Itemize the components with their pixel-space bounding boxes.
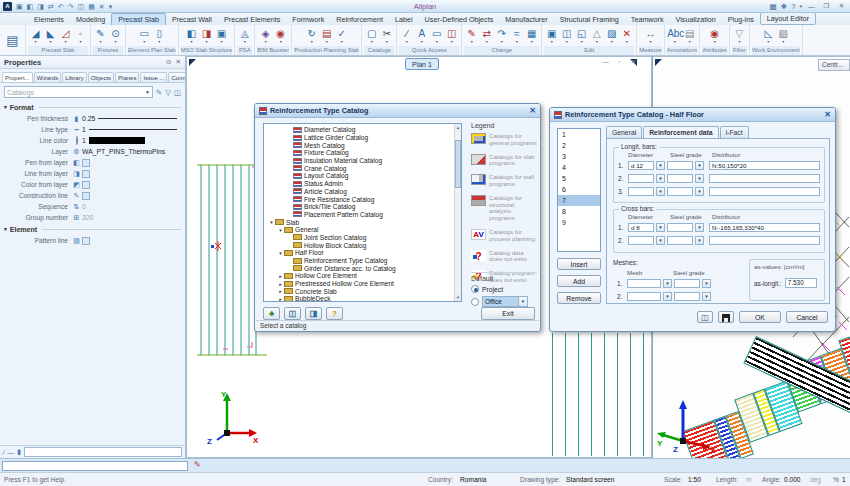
menu-tab-formwork[interactable]: Formwork bbox=[286, 14, 330, 25]
chevron-down-icon[interactable]: ▼ bbox=[695, 223, 704, 232]
tree-item[interactable]: ▸BubbleDeck bbox=[264, 295, 461, 302]
properties-tab-issue[interactable]: Issue ... bbox=[140, 72, 167, 82]
tree-item[interactable]: Brick/Tile Catalog bbox=[264, 203, 461, 211]
distributor-field[interactable]: N:-165,165,330*40 bbox=[709, 223, 820, 232]
menu-tab-precast-wall[interactable]: Precast Wall bbox=[166, 14, 218, 25]
menu-tab-modeling[interactable]: Modeling bbox=[70, 14, 111, 25]
ribbon-tool-button[interactable]: ≈▾ bbox=[509, 27, 524, 44]
dialog-title-bar[interactable]: Reinforcement Type Catalog - Half Floor … bbox=[550, 108, 835, 122]
ribbon-tool-button[interactable]: ▭▾ bbox=[137, 27, 152, 44]
chevron-down-icon[interactable]: ▼ bbox=[656, 187, 665, 196]
tree-item[interactable]: Lattice Girder Catalog bbox=[264, 134, 461, 142]
pen-settings-icon[interactable]: ✎ bbox=[194, 460, 201, 469]
ribbon-tool-button[interactable]: ◢▾ bbox=[28, 27, 43, 44]
diameter-field[interactable] bbox=[628, 187, 654, 196]
close-button[interactable]: ✕ bbox=[836, 2, 847, 10]
connect-icon[interactable]: ▦ bbox=[769, 2, 776, 11]
ribbon-tool-button[interactable]: ▧▾ bbox=[776, 27, 791, 44]
project-button[interactable]: ▤ bbox=[0, 25, 26, 55]
checkbox[interactable] bbox=[82, 192, 90, 200]
chevron-down-icon[interactable]: ▼ bbox=[663, 292, 672, 301]
tree-item[interactable]: Insulation Material Catalog bbox=[264, 157, 461, 165]
menu-tab-structural-framing[interactable]: Structural Framing bbox=[554, 14, 625, 25]
scrollbar-thumb[interactable] bbox=[455, 140, 461, 188]
properties-tab-library[interactable]: Library bbox=[62, 72, 86, 82]
report-button[interactable]: ◫ bbox=[697, 311, 713, 323]
format-section-header[interactable]: ▾ Format bbox=[0, 101, 185, 113]
expand-open-icon[interactable]: ▾ bbox=[277, 250, 284, 256]
steel-grade-field[interactable] bbox=[667, 161, 693, 170]
chevron-down-icon[interactable]: ▼ bbox=[695, 187, 704, 196]
office-radio[interactable] bbox=[471, 298, 479, 306]
dialog-tab-reinforcement-data[interactable]: Reinforcement data bbox=[643, 126, 718, 138]
dialog-tab-general[interactable]: General bbox=[606, 126, 642, 138]
office-radio-row[interactable]: Office ▼ bbox=[471, 296, 537, 307]
quick-access-icon[interactable]: ▦ bbox=[88, 2, 95, 11]
ribbon-tool-button[interactable]: ∕▾ bbox=[399, 27, 414, 44]
ribbon-tool-button[interactable]: ✎▾ bbox=[464, 27, 479, 44]
chevron-down-icon[interactable]: ▼ bbox=[695, 236, 704, 245]
ribbon-tool-button[interactable]: ✕▾ bbox=[619, 27, 634, 44]
ribbon-tool-button[interactable]: A▾ bbox=[414, 27, 429, 44]
scale-value[interactable]: 1:50 bbox=[688, 476, 701, 483]
quick-access-icon[interactable]: ▣ bbox=[16, 2, 23, 11]
minimize-button[interactable]: — bbox=[806, 3, 817, 10]
tree-item[interactable]: Status Admin bbox=[264, 180, 461, 188]
quick-access-icon[interactable]: ◫ bbox=[78, 2, 85, 11]
mesh-field[interactable] bbox=[627, 292, 661, 301]
restore-button[interactable]: ❐ bbox=[821, 2, 832, 10]
tree-item[interactable]: Joint Section Catalog bbox=[264, 234, 461, 242]
steel-grade-field[interactable] bbox=[674, 279, 700, 288]
scroll-down-icon[interactable]: ▼ bbox=[455, 294, 461, 301]
expand-closed-icon[interactable]: ▸ bbox=[277, 296, 284, 302]
tree-item[interactable]: Reinforcement Type Catalog bbox=[264, 257, 461, 265]
help-icon[interactable]: ? bbox=[791, 2, 795, 11]
menu-tab-label[interactable]: Label bbox=[389, 14, 419, 25]
properties-tab-conn[interactable]: Conn... bbox=[168, 72, 185, 82]
ribbon-tool-button[interactable]: ◣▾ bbox=[43, 27, 58, 44]
expand-closed-icon[interactable]: ▸ bbox=[277, 273, 284, 279]
line-icon[interactable]: — bbox=[7, 449, 14, 456]
type-list-item[interactable]: 7 bbox=[558, 195, 600, 206]
steel-grade-field[interactable] bbox=[667, 223, 693, 232]
steel-grade-field[interactable] bbox=[667, 187, 693, 196]
ribbon-tool-button[interactable]: ▣▾ bbox=[214, 27, 229, 44]
diameter-field[interactable]: d 12 bbox=[628, 161, 654, 170]
chevron-down-icon[interactable]: ▼ bbox=[518, 297, 527, 306]
tree-item[interactable]: Mesh Catalog bbox=[264, 141, 461, 149]
type-list-item[interactable]: 4 bbox=[558, 162, 600, 173]
drawing-type-value[interactable]: Standard screen bbox=[566, 476, 614, 483]
insert-button[interactable]: Insert bbox=[557, 258, 601, 270]
allplan-logo-icon[interactable]: A bbox=[3, 2, 12, 11]
distributor-field[interactable]: N:50,150*20 bbox=[709, 161, 820, 170]
tree-item[interactable]: Hollow Block Catalog bbox=[264, 241, 461, 249]
ribbon-tool-button[interactable]: ↔▾ bbox=[643, 27, 658, 44]
menu-tab-teamwork[interactable]: Teamwork bbox=[625, 14, 670, 25]
chevron-down-icon[interactable]: ▼ bbox=[663, 279, 672, 288]
quick-access-icon[interactable]: ✕ bbox=[99, 2, 105, 11]
pin-icon[interactable]: ⊙ bbox=[166, 58, 171, 66]
copy-to-project-button[interactable]: ◫ bbox=[284, 307, 301, 320]
ribbon-tool-button[interactable]: ◉▾ bbox=[707, 27, 722, 44]
ribbon-tool-button[interactable]: ▤▾ bbox=[319, 27, 334, 44]
close-icon[interactable]: ✕ bbox=[824, 110, 831, 119]
chevron-down-icon[interactable]: ▼ bbox=[695, 174, 704, 183]
tree-item[interactable]: ▾Half Floor bbox=[264, 249, 461, 257]
catalog-filter-dropdown[interactable]: Catalogs ▼ bbox=[4, 86, 153, 98]
ribbon-tool-button[interactable]: ◈▾ bbox=[258, 27, 273, 44]
distributor-field[interactable] bbox=[709, 174, 820, 183]
chevron-down-icon[interactable]: ▼ bbox=[656, 223, 665, 232]
color-swatch[interactable] bbox=[89, 137, 145, 144]
chevron-down-icon[interactable]: ▼ bbox=[656, 174, 665, 183]
help-button[interactable]: ? bbox=[326, 307, 343, 320]
checkbox[interactable] bbox=[82, 159, 90, 167]
country-value[interactable]: Romania bbox=[460, 476, 486, 483]
ribbon-tool-button[interactable]: ▦▾ bbox=[524, 27, 539, 44]
diameter-field[interactable] bbox=[628, 174, 654, 183]
ribbon-tool-button[interactable]: ◺▾ bbox=[761, 27, 776, 44]
expand-closed-icon[interactable]: ▸ bbox=[277, 288, 284, 294]
office-dropdown[interactable]: Office ▼ bbox=[482, 296, 528, 307]
filter-icon[interactable]: ▽ bbox=[165, 88, 171, 97]
project-radio-row[interactable]: Project bbox=[471, 285, 537, 293]
tree-item[interactable]: Fixture Catalog bbox=[264, 149, 461, 157]
